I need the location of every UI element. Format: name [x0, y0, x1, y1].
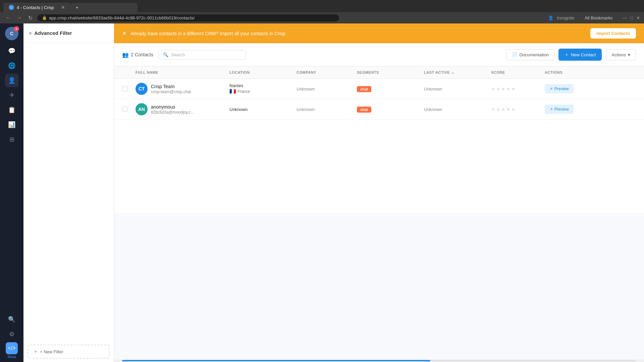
contact-name-1: Crisp Team: [151, 84, 191, 89]
new-filter-label: + New Filter: [40, 349, 63, 354]
row-checkbox-1[interactable]: [122, 86, 127, 92]
actions-btn[interactable]: Actions ▾: [606, 49, 636, 60]
th-segments: SEGMENTS: [357, 70, 424, 74]
sidebar-item-search[interactable]: 🔍: [5, 313, 18, 326]
contacts-count-text: 2 Contacts: [131, 52, 153, 57]
notification-badge: 4: [14, 26, 19, 32]
tab-close-btn[interactable]: ✕: [61, 5, 65, 10]
filter-icon: ≡: [29, 31, 32, 36]
url-text: app.crisp.chat/website/6833ae5b-844d-4c9…: [49, 15, 195, 20]
profile-icon: 👤: [548, 15, 553, 20]
avatar: C 4: [5, 27, 18, 40]
forward-btn[interactable]: →: [15, 14, 23, 21]
star-1-5: ★: [511, 86, 516, 92]
back-btn[interactable]: ←: [4, 14, 12, 21]
contact-info-2: anonymous 82bc6d3a@moodjoy.c...: [151, 104, 194, 115]
score-cell-1: ★ ★ ★ ★ ★: [491, 86, 545, 92]
doc-icon: 📄: [512, 52, 517, 57]
new-contact-btn[interactable]: ＋ New Contact: [558, 49, 602, 61]
sort-icon: ▲: [451, 71, 454, 74]
preview-label-1: Preview: [554, 86, 569, 91]
sidebar-item-globe[interactable]: 🌐: [5, 59, 18, 72]
sidebar-item-contacts[interactable]: 👤: [5, 74, 18, 87]
th-last-active[interactable]: LAST ACTIVE ▲: [424, 70, 491, 74]
star-1-3: ★: [501, 86, 505, 92]
avatar-initials: C: [10, 31, 13, 36]
th-location: LOCATION: [229, 70, 297, 74]
search-box[interactable]: 🔍: [159, 50, 246, 60]
lock-icon: 🔒: [42, 15, 47, 20]
star-2-1: ★: [491, 107, 495, 112]
browser-tabs: C 4 - Contacts | Crisp ✕ +: [0, 0, 644, 12]
th-company: COMPANY: [297, 70, 357, 74]
location-city-2: Unknown: [229, 107, 248, 112]
actions-cell-1: ↗ Preview: [545, 84, 592, 94]
star-1-1: ★: [491, 86, 495, 92]
row-checkbox-2[interactable]: [122, 107, 127, 112]
new-filter-icon: ＋: [34, 349, 38, 355]
actions-label: Actions: [611, 52, 626, 57]
import-banner: ✕ Already have contacts in a different C…: [114, 23, 644, 43]
star-2-5: ★: [511, 107, 516, 112]
setup-label: Setup: [7, 355, 16, 359]
bookmarks-label: All Bookmarks: [585, 15, 612, 20]
avatar-anonymous: AN: [136, 103, 148, 115]
contacts-header: 👥 2 Contacts 🔍 📄 Documentation ＋ New Con…: [114, 43, 644, 66]
th-score: SCORE: [491, 70, 545, 74]
new-contact-label: New Contact: [571, 52, 596, 57]
sidebar-item-plugins[interactable]: ⊞: [5, 133, 18, 146]
left-panel-content: [23, 43, 114, 341]
window-minimize-btn[interactable]: —: [623, 15, 627, 20]
sidebar-item-send[interactable]: ✈: [5, 88, 18, 102]
new-contact-icon: ＋: [565, 52, 569, 58]
app-container: C 4 💬 🌐 👤 ✈ 📋 📊 ⊞ 🔍 ⚙ </> Setup ≡ Advanc…: [0, 23, 644, 362]
banner-text: Already have contacts in a different CRM…: [130, 31, 586, 36]
import-contacts-btn[interactable]: Import Contacts: [590, 28, 636, 39]
scrollbar-thumb[interactable]: [122, 360, 430, 361]
reload-btn[interactable]: ↻: [27, 14, 34, 22]
star-1-2: ★: [496, 86, 500, 92]
left-panel: ≡ Advanced Filter ＋ + New Filter: [23, 23, 114, 362]
left-panel-header: ≡ Advanced Filter: [23, 23, 114, 43]
row-checkbox-col: [122, 86, 136, 92]
sidebar-item-analytics[interactable]: 📊: [5, 118, 18, 131]
sidebar-item-settings[interactable]: ⚙: [5, 327, 18, 341]
window-maximize-btn[interactable]: □: [630, 15, 633, 20]
contact-name-2: anonymous: [151, 104, 194, 110]
segments-cell-2: chat: [357, 106, 424, 113]
table-empty-area: [114, 213, 644, 359]
browser-toolbar: ← → ↻ 🔒 app.crisp.chat/website/6833ae5b-…: [0, 12, 644, 23]
star-2-3: ★: [501, 107, 505, 112]
new-tab-btn[interactable]: +: [70, 3, 138, 12]
preview-icon-1: ↗: [549, 86, 553, 91]
documentation-btn[interactable]: 📄 Documentation: [506, 49, 554, 60]
star-2-2: ★: [496, 107, 500, 112]
contact-cell-2: AN anonymous 82bc6d3a@moodjoy.c...: [136, 103, 229, 115]
active-tab[interactable]: C 4 - Contacts | Crisp ✕: [3, 3, 70, 12]
header-actions: 📄 Documentation ＋ New Contact Actions ▾: [506, 49, 636, 61]
horizontal-scrollbar[interactable]: [114, 359, 644, 362]
location-cell-1: Nantes 🇫🇷 France: [229, 83, 297, 95]
search-icon: 🔍: [163, 52, 168, 57]
segments-cell-1: chat: [357, 86, 424, 92]
table-header: FULL NAME LOCATION COMPANY SEGMENTS LAST…: [114, 66, 644, 79]
preview-label-2: Preview: [554, 107, 569, 112]
preview-btn-2[interactable]: ↗ Preview: [545, 105, 574, 114]
th-actions: ACTIONS: [545, 70, 592, 74]
window-close-btn[interactable]: ✕: [636, 15, 640, 20]
address-bar[interactable]: 🔒 app.crisp.chat/website/6833ae5b-844d-4…: [37, 14, 339, 21]
contacts-table: FULL NAME LOCATION COMPANY SEGMENTS LAST…: [114, 66, 644, 213]
last-active-cell-2: Unknown: [424, 107, 491, 112]
new-filter-btn[interactable]: ＋ + New Filter: [28, 345, 110, 359]
avatar-crisp-team: CT: [136, 83, 148, 95]
preview-btn-1[interactable]: ↗ Preview: [545, 84, 574, 94]
search-input[interactable]: [171, 52, 241, 57]
sidebar-setup[interactable]: </> Setup: [6, 342, 18, 359]
banner-close-btn[interactable]: ✕: [122, 30, 126, 37]
sidebar-item-inbox[interactable]: 📋: [5, 103, 18, 117]
contact-cell-1: CT Crisp Team crisp-team@crisp.chat: [136, 83, 229, 95]
sidebar-item-chat[interactable]: 💬: [5, 44, 18, 58]
company-cell-1: Unknown: [297, 86, 357, 92]
segment-badge-2: chat: [357, 107, 371, 113]
location-cell-2: Unknown: [229, 107, 297, 112]
